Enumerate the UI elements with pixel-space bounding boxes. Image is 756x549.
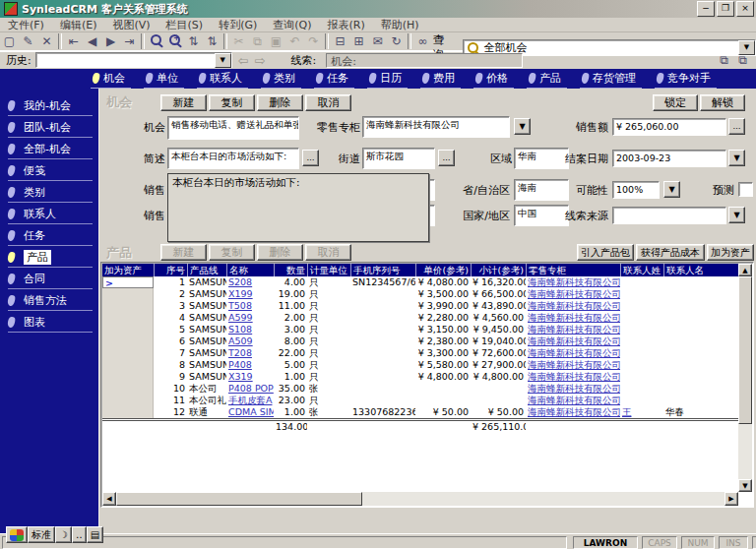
sort-desc-icon[interactable]: ⇅ [203, 33, 221, 50]
column-header-first[interactable]: 联系人名 [663, 264, 709, 276]
column-header-name[interactable]: 名称 [226, 264, 274, 276]
probability-combobox[interactable]: 100% [612, 181, 660, 199]
cell-link-name[interactable]: A509 [228, 336, 253, 346]
first-record-icon[interactable]: ⇤ [64, 33, 83, 50]
cell-link-counter[interactable]: 海南蜂新科技有限公司 [528, 300, 620, 311]
history-combobox[interactable]: ▼ [35, 52, 232, 68]
binoculars-icon[interactable]: ∞ [413, 33, 432, 50]
row-select-cell[interactable] [102, 383, 154, 395]
product-cancel-button[interactable]: 取消 [305, 244, 351, 261]
table-row[interactable]: 11本公司礼手机皮套A23.00只海南蜂新科技有限公司 [102, 395, 738, 406]
minimize-button[interactable]: − [697, 1, 715, 17]
tab-日历[interactable]: 日历 [367, 70, 408, 89]
row-select-cell[interactable] [102, 312, 154, 324]
sidebar-item-类别[interactable]: 类别 [8, 182, 93, 203]
cell-link-counter[interactable]: 海南蜂新科技有限公司 [528, 347, 620, 358]
cell-link-name[interactable]: 手机皮套A [228, 395, 273, 405]
search-icon[interactable] [147, 33, 165, 50]
sidebar-item-产品[interactable]: 产品 [8, 247, 93, 268]
cell-link-counter[interactable]: 海南蜂新科技有限公司 [528, 359, 620, 370]
delete-record-icon[interactable]: ✕ [37, 33, 56, 50]
form-delete-button[interactable]: 删除 [257, 94, 303, 111]
lock-button[interactable]: 锁定 [653, 94, 698, 111]
table-row[interactable]: 12联通CDMA SIM卡1.00张13307682236¥ 50.00¥ 50… [102, 406, 738, 418]
ime-logo-button[interactable] [6, 526, 28, 543]
history-dropdown-icon[interactable]: ▼ [215, 53, 231, 68]
cell-link-name[interactable]: S108 [228, 324, 252, 335]
cell-link-name[interactable]: S208 [228, 276, 252, 287]
unlock-button[interactable]: 解锁 [700, 94, 745, 111]
tab-竞争对手[interactable]: 竞争对手 [655, 70, 717, 89]
close-button[interactable]: × [736, 1, 754, 17]
table-row[interactable]: 4SAMSUNGA5992.00只¥ 2,280.00¥ 4,560.00海南蜂… [102, 312, 738, 324]
ime-mode-button[interactable]: 标准 [28, 526, 55, 543]
add-as-asset-button[interactable]: 加为资产 [707, 244, 754, 261]
menu-item-5[interactable]: 查询(Q) [265, 18, 319, 32]
forecast-checkbox[interactable] [738, 182, 753, 197]
menu-item-6[interactable]: 报表(R) [320, 18, 373, 32]
cell-link-name[interactable]: X199 [228, 288, 253, 299]
scroll-left-icon[interactable]: ◀ [102, 492, 116, 506]
menu-item-2[interactable]: 视图(V) [104, 18, 158, 32]
history-back-icon[interactable]: ⇦ [238, 53, 249, 68]
sidebar-item-图表[interactable]: 图表 [8, 312, 93, 333]
column-header-no[interactable]: 序号 [154, 264, 187, 276]
tab-任务[interactable]: 任务 [314, 70, 354, 89]
edit-record-icon[interactable]: ✎ [19, 33, 37, 50]
tab-存货管理[interactable]: 存货管理 [580, 70, 642, 89]
menu-item-0[interactable]: 文件(F) [0, 18, 52, 32]
cell-link-counter[interactable]: 海南蜂新科技有限公司 [528, 276, 620, 287]
table-row[interactable]: >1SAMSUNGS2084.00只SN1234567/68/¥ 4,080.0… [102, 276, 738, 288]
form-copy-button[interactable]: 复制 [209, 94, 255, 111]
horizontal-scroll-thumb[interactable] [116, 492, 362, 506]
street-browse-button[interactable]: … [438, 150, 455, 166]
table-row[interactable]: 2SAMSUNGX19919.00只¥ 3,500.00¥ 66,500.00海… [102, 288, 738, 300]
menu-item-7[interactable]: 帮助(H) [373, 18, 427, 32]
product-copy-button[interactable]: 复制 [209, 244, 255, 261]
brief-input[interactable]: 本柜台本日的市场活动如下: [167, 148, 299, 169]
column-header-unit[interactable]: 计量单位 [307, 264, 350, 276]
row-select-cell[interactable] [102, 347, 154, 359]
counter-combobox[interactable]: 海南蜂新科技有限公司 [362, 116, 510, 138]
amount-browse-button[interactable]: … [728, 118, 745, 135]
cell-link-name[interactable]: CDMA SIM卡 [228, 406, 274, 417]
cell-link-counter[interactable]: 海南蜂新科技有限公司 [528, 395, 620, 405]
export-icon[interactable]: ⊞ [349, 33, 368, 50]
mail-icon[interactable]: ✉ [368, 33, 387, 50]
opportunity-input[interactable]: 销售移动电话、赠送礼品和单张 [167, 116, 299, 140]
street-input[interactable]: 斯市花园 [362, 148, 435, 169]
amount-input[interactable]: ¥ 265,060.00 [612, 118, 726, 136]
sidebar-item-便笺[interactable]: 便笺 [8, 160, 93, 181]
cell-link-last[interactable]: 王 [622, 406, 632, 417]
cell-link-name[interactable]: X319 [228, 371, 253, 382]
row-select-cell[interactable] [102, 359, 154, 371]
sidebar-item-销售方法[interactable]: 销售方法 [8, 290, 93, 311]
row-select-cell[interactable] [102, 324, 154, 336]
column-header-qty[interactable]: 数量 [274, 264, 307, 276]
sidebar-item-全部-机会[interactable]: 全部-机会 [8, 139, 93, 159]
search-plus-icon[interactable]: + [165, 33, 184, 50]
brief-memo-popup[interactable]: 本柜台本日的市场活动如下: [167, 173, 429, 242]
cell-link-name[interactable]: T208 [228, 347, 252, 358]
close-date-input[interactable]: 2003-09-23 [612, 150, 726, 167]
menu-item-4[interactable]: 转到(G) [211, 18, 265, 32]
import-product-package-button[interactable]: 引入产品包 [577, 244, 634, 261]
cell-link-counter[interactable]: 海南蜂新科技有限公司 [528, 406, 620, 417]
table-row[interactable]: 6SAMSUNGA5098.00只¥ 2,380.00¥ 19,040.00海南… [102, 336, 738, 347]
column-header-asset[interactable]: 加为资产 [102, 264, 154, 276]
prev-record-icon[interactable]: ◀ [83, 33, 101, 50]
tab-产品[interactable]: 产品 [527, 70, 567, 89]
table-row[interactable]: 8SAMSUNGP4085.00只¥ 5,580.00¥ 27,900.00海南… [102, 359, 738, 371]
history-forward-icon[interactable]: ⇨ [255, 53, 266, 68]
menu-item-3[interactable]: 栏目(S) [158, 18, 212, 32]
product-delete-button[interactable]: 删除 [257, 244, 303, 261]
table-row[interactable]: 3SAMSUNGT50811.00只¥ 3,990.00¥ 43,890.00海… [102, 300, 738, 312]
row-select-cell[interactable] [102, 395, 154, 406]
restore-button[interactable]: ❐ [717, 1, 734, 17]
menu-item-1[interactable]: 编辑(E) [52, 18, 105, 32]
column-header-line[interactable]: 产品线 [187, 264, 226, 276]
table-row[interactable]: 9SAMSUNGX3191.00只¥ 4,800.00¥ 4,800.00海南蜂… [102, 371, 738, 383]
tab-机会[interactable]: 机会 [91, 70, 131, 89]
table-row[interactable]: 10本公司P408 POP35.00张海南蜂新科技有限公司 [102, 383, 738, 395]
refresh-icon[interactable]: ↻ [387, 33, 406, 50]
